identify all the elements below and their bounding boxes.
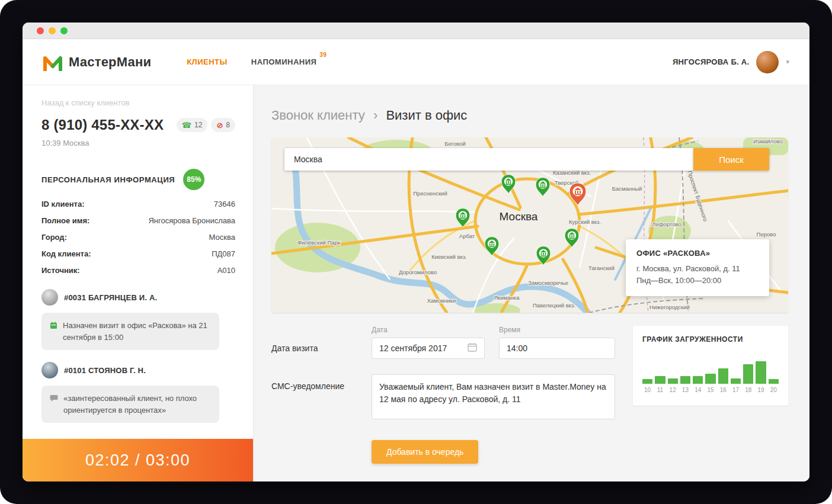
window-chrome: [23, 23, 809, 39]
load-bar: [769, 379, 779, 384]
breadcrumb-separator: ›: [373, 108, 377, 123]
office-address: г. Москва, ул. Расковой, д. 11: [636, 263, 759, 275]
office-name: ОФИС «РАСКОВА»: [636, 249, 759, 258]
client-sidebar: Назад к списку клиентов 8 (910) 455-XX-X…: [23, 85, 254, 481]
load-bar: [705, 374, 715, 384]
zoom-window-button[interactable]: [60, 27, 68, 34]
minimize-window-button[interactable]: [49, 27, 56, 34]
phone-icon: ☎: [182, 121, 191, 130]
map-label: Дорогомилово: [399, 269, 437, 275]
date-field-label: Дата: [372, 326, 485, 334]
load-bar: [680, 376, 690, 384]
user-avatar: [756, 51, 779, 73]
no-entry-icon: ⊘: [216, 121, 223, 130]
calendar-icon: [50, 321, 57, 333]
chevron-down-icon: ▾: [786, 58, 789, 66]
map-label: Хамовники: [427, 297, 456, 304]
logo-text: МастерМани: [69, 54, 151, 70]
info-row: Город: Москва: [41, 233, 235, 242]
load-bar: [655, 376, 665, 384]
main-nav: КЛИЕНТЫ НАПОМИНАНИЯ 39: [187, 57, 316, 66]
time-field-label: Время: [499, 326, 615, 334]
map-search-bar: Поиск: [284, 148, 769, 171]
logo[interactable]: МастерМани: [43, 53, 151, 71]
sms-text-input[interactable]: Уважаемый клиент, Вам назначен визит в M…: [372, 374, 615, 419]
history-entry-header: #0031 БАГРЯНЦЕВ И. А.: [41, 289, 235, 306]
map-label: Якиманка: [494, 294, 520, 301]
main-content: Звонок клиенту › Визит в офис: [254, 85, 809, 481]
speech-bubble-icon: [50, 394, 58, 406]
blocked-count-badge: ⊘ 8: [211, 118, 235, 132]
map-label: Лефортово: [652, 221, 681, 227]
app-header: МастерМани КЛИЕНТЫ НАПОМИНАНИЯ 39 ЯНГОСЯ…: [23, 39, 809, 85]
load-bar: [718, 368, 728, 384]
app-window: МастерМани КЛИЕНТЫ НАПОМИНАНИЯ 39 ЯНГОСЯ…: [23, 23, 809, 481]
office-hours: Пнд—Вск, 10:00—20:00: [636, 275, 759, 287]
visit-form: Дата визита СМС-уведомление Дата 12 сент…: [271, 326, 788, 464]
sms-label: СМС-уведомление: [271, 381, 372, 391]
date-field[interactable]: 12 сентября 2017: [372, 338, 485, 359]
info-row: Источник: A010: [41, 266, 235, 275]
map-label: Киевский вкз.: [431, 253, 467, 260]
map-label: Курский вкз.: [569, 219, 601, 225]
manager-name: #0101 СТОЯНОВ Г. Н.: [64, 366, 146, 375]
load-chart-card: ГРАФИК ЗАГРУЖЕННОСТИ 10 11 12 13 14 15 1…: [633, 326, 788, 406]
visit-date-label: Дата визита: [271, 344, 372, 353]
manager-avatar: [41, 289, 58, 306]
load-bar: [642, 379, 652, 384]
close-window-button[interactable]: [37, 27, 44, 34]
back-to-clients-link[interactable]: Назад к списку клиентов: [41, 98, 235, 107]
manager-history: #0031 БАГРЯНЦЕВ И. А.: [41, 289, 235, 423]
map-label: Филёвский Парк: [297, 239, 341, 246]
map-label: Беговой: [444, 140, 466, 147]
client-phone-number: 8 (910) 455-XX-XX: [41, 117, 164, 133]
user-menu[interactable]: ЯНГОСЯРОВА Б. А. ▾: [673, 51, 789, 73]
logo-icon: [43, 53, 63, 71]
personal-info-title: ПЕРСОНАЛЬНАЯ ИНФОРМАЦИЯ: [41, 175, 175, 184]
map-label: Перово: [757, 231, 776, 237]
personal-info-list: ID клиента: 73646 Полное имя: Янгосярова…: [41, 200, 235, 275]
map-label: Таганский: [588, 265, 615, 271]
calendar-outline-icon[interactable]: [468, 343, 477, 354]
call-timer: 02:02 / 03:00: [23, 439, 253, 481]
desktop-background: МастерМани КЛИЕНТЫ НАПОМИНАНИЯ 39 ЯНГОСЯ…: [0, 0, 832, 504]
load-bar: [743, 364, 753, 384]
load-chart-title: ГРАФИК ЗАГРУЖЕННОСТИ: [642, 335, 779, 344]
manager-avatar: [41, 362, 58, 378]
calls-count-badge: ☎ 12: [177, 118, 208, 132]
time-field[interactable]: 14:00: [499, 338, 615, 359]
history-note: Назначен визит в офис «Раскова» на 21 се…: [41, 313, 219, 350]
nav-item-reminders[interactable]: НАПОМИНАНИЯ 39: [251, 57, 317, 66]
client-local-time: 10:39 Москва: [41, 139, 235, 147]
personal-info-header: ПЕРСОНАЛЬНАЯ ИНФОРМАЦИЯ 85%: [41, 169, 235, 190]
map-search-button[interactable]: Поиск: [693, 148, 769, 171]
reminders-count-badge: 39: [319, 52, 327, 58]
map-label: Измайлово: [753, 138, 782, 145]
info-row: Код клиента: ПД087: [41, 249, 235, 258]
load-bar: [756, 361, 766, 384]
map-label: Арбат: [459, 233, 475, 239]
map-label: Пресненский: [413, 190, 447, 197]
map-label: Нижегородский: [649, 304, 690, 310]
add-to-queue-button[interactable]: Добавить в очередь: [372, 440, 478, 464]
manager-name: #0031 БАГРЯНЦЕВ И. А.: [64, 293, 157, 302]
history-note: «заинтересованный клиент, но плохо ориен…: [41, 386, 219, 423]
client-phone-row: 8 (910) 455-XX-XX ☎ 12 ⊘ 8: [41, 117, 235, 133]
map-label: Басманный: [612, 185, 642, 192]
load-bar: [668, 378, 678, 384]
load-bar: [693, 376, 703, 384]
info-row: Полное имя: Янгосярова Бронислава: [41, 216, 235, 225]
map-label: Замоскворечье: [528, 280, 568, 286]
map-search-input[interactable]: [284, 148, 693, 171]
user-name: ЯНГОСЯРОВА Б. А.: [673, 57, 750, 66]
load-chart: 10 11 12 13 14 15 16 17 18 19 20: [642, 352, 779, 393]
map-city-label: Москва: [500, 210, 538, 223]
breadcrumb: Звонок клиенту › Визит в офис: [271, 108, 788, 123]
profile-completeness-badge: 85%: [183, 169, 204, 190]
history-entry-header: #0101 СТОЯНОВ Г. Н.: [41, 362, 235, 378]
office-map[interactable]: Беговой Казанский вкз. Тверской Басманны…: [271, 137, 788, 313]
nav-item-clients[interactable]: КЛИЕНТЫ: [187, 57, 228, 66]
breadcrumb-parent[interactable]: Звонок клиенту: [271, 108, 365, 123]
office-info-card: ОФИС «РАСКОВА» г. Москва, ул. Расковой, …: [626, 239, 769, 296]
map-label: Павелецкий вкз.: [533, 302, 575, 309]
